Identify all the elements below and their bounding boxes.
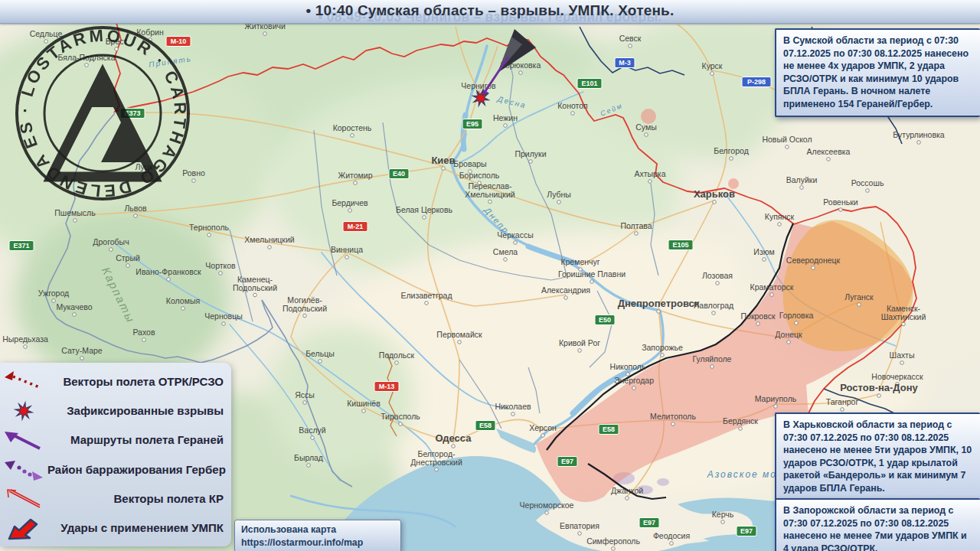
city-label: Мелитополь: [650, 412, 696, 421]
road-badge-label: Е58: [479, 422, 492, 429]
city-label: Белгород: [714, 146, 749, 155]
city-label: Чортков: [205, 261, 236, 270]
city-dot: [795, 321, 799, 325]
city-dot: [716, 282, 720, 285]
city-label: Житомир: [338, 171, 372, 180]
legend-row-umpk: Удары с применением УМПК: [0, 514, 231, 542]
city-label: Новый Оскол: [762, 135, 812, 144]
city-dot: [181, 307, 185, 311]
city-label: Гуляйполе: [693, 354, 732, 364]
city-label: Васлуй: [299, 425, 325, 435]
city-dot: [351, 134, 354, 138]
city-dot: [348, 209, 352, 213]
city-label: Коростень: [333, 123, 372, 132]
city-label: Днепропетровск: [618, 298, 700, 309]
city-dot: [142, 338, 146, 342]
city-label: Горишние Плавни: [558, 269, 626, 279]
city-label: Винница: [331, 245, 363, 254]
city-dot: [442, 167, 446, 171]
city-dot: [632, 386, 636, 390]
city-dot: [648, 180, 652, 184]
city-dot: [435, 468, 439, 471]
city-label: Ростов-на-Дону: [840, 382, 918, 393]
legend-label: Векторы полета ОТРК/РСЗО: [63, 375, 231, 388]
infobox-kharkiv-region: В Харьковской области за период с 07:30 …: [775, 412, 980, 501]
city-dot: [458, 341, 462, 344]
road-badge-label: Е97: [740, 527, 753, 535]
city-dot: [635, 232, 639, 236]
city-dot: [858, 303, 861, 307]
city-dot: [73, 313, 77, 317]
city-dot: [541, 434, 545, 438]
city-label: Житковичи: [244, 23, 286, 31]
city-label: Прилуки: [514, 149, 546, 158]
city-label: Киев: [431, 155, 455, 166]
infobox-sumy-region: В Сумской области за период с 07:30 07.1…: [775, 28, 980, 117]
city-label: Подольск: [379, 350, 415, 360]
city-label: Харьков: [694, 188, 735, 200]
city-label: Энергодар: [614, 376, 654, 385]
city-dot: [311, 436, 315, 440]
city-label: Кривой Рог: [559, 338, 600, 347]
map-legend: Векторы полета ОТРК/РСЗО Зафиксированные…: [0, 363, 231, 546]
city-label: Купянск: [765, 212, 795, 221]
city-label: Ахтырка: [635, 169, 666, 178]
city-dot: [167, 278, 171, 282]
city-label: Сату-Маре: [61, 346, 103, 355]
city-label: Смела: [493, 247, 518, 256]
city-label: Евпатория: [560, 521, 599, 530]
city-dot: [557, 201, 561, 204]
legend-row-gerber: Район барражирования Гербер: [0, 455, 231, 483]
city-dot: [318, 360, 322, 364]
infobox-zaporizhzhia-region: В Запорожской области за период с 07:30 …: [775, 498, 980, 551]
road-badge-label: Р-298: [747, 78, 766, 86]
city-label: Тирасполь: [381, 412, 420, 421]
city-dot: [866, 189, 870, 193]
city-label: Новочеркасск: [871, 372, 923, 381]
road-badge-label: Е97: [561, 458, 573, 465]
city-label: Донецк: [775, 330, 802, 339]
city-label: Шахты: [890, 350, 915, 360]
city-dot: [263, 32, 267, 36]
city-label: Кременчуг: [560, 257, 599, 266]
city-label: Лубны: [547, 190, 571, 199]
city-dot: [52, 299, 56, 303]
city-label: Запорожье: [642, 343, 683, 352]
city-label: Керчь: [712, 510, 734, 519]
city-dot: [629, 44, 632, 48]
city-dot: [787, 341, 791, 344]
city-dot: [770, 293, 774, 297]
city-dot: [24, 345, 28, 349]
city-label: Хмельницкий: [244, 235, 294, 244]
city-dot: [571, 112, 575, 116]
source-label: Использована карта: [241, 523, 394, 536]
city-label: Лозовая: [702, 271, 733, 280]
road-badge-label: М-21: [348, 223, 364, 230]
legend-row-geran: Маршруты полета Гераней: [0, 426, 231, 454]
city-dot: [730, 157, 733, 161]
city-dot: [721, 520, 725, 524]
city-dot: [207, 233, 211, 237]
city-dot: [126, 264, 130, 268]
city-label: Борисполь: [459, 171, 500, 180]
city-label: Мариуполь: [755, 394, 797, 403]
legend-label: Маршруты полета Гераней: [70, 433, 231, 446]
geran-route-icon: [0, 429, 47, 452]
city-label: Конотоп: [557, 101, 588, 110]
city-dot: [253, 293, 257, 297]
city-dot: [395, 361, 399, 365]
city-label: Мукачево: [56, 302, 92, 311]
road-badge-label: Е95: [466, 120, 479, 128]
city-dot: [756, 322, 760, 326]
city-dot: [362, 409, 366, 413]
city-label: Одесса: [436, 432, 472, 444]
city-dot: [902, 322, 906, 326]
city-label: Белая Церковь: [396, 205, 453, 214]
city-label: Курск: [702, 61, 723, 70]
source-url: https://lostarmour.info/map: [241, 536, 394, 549]
city-label: Коломыя: [166, 296, 200, 305]
legend-row-explosions: Зафиксированные взрывы: [0, 397, 231, 425]
city-dot: [519, 71, 523, 75]
city-label: Бутурлиновка: [893, 130, 944, 139]
city-dot: [425, 302, 429, 305]
